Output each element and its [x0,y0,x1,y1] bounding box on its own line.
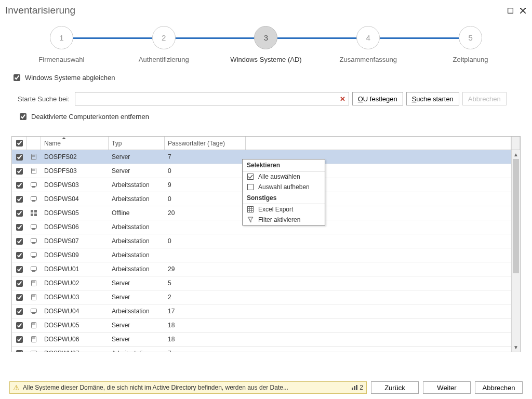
row-password-age [165,220,246,234]
remove-disabled-checkbox[interactable]: Deaktivierte Computerkonten entfernen [18,112,149,122]
row-type: Server [109,332,165,346]
checkbox-checked-icon [247,173,254,180]
row-name: DOSPWS05 [41,206,109,220]
svg-rect-17 [31,225,37,229]
table-row[interactable]: DOSPWU03Server2 [12,290,520,304]
svg-rect-42 [248,184,254,190]
row-type: Arbeitsstation [109,178,165,192]
scroll-up-icon[interactable]: ▲ [512,150,520,159]
row-checkbox[interactable] [12,262,26,276]
header-name[interactable]: Name [41,137,109,150]
header-scrollbar-gap [511,137,520,150]
cancel-button[interactable]: Abbrechen [475,381,523,394]
context-select-all[interactable]: Alle auswählen [243,171,325,182]
search-input[interactable] [75,92,337,105]
svg-rect-22 [32,257,35,258]
row-password-age: 2 [165,290,246,304]
row-type-icon [26,276,41,290]
step-5[interactable]: 5 Zeitplanung [419,26,522,63]
row-type-icon [26,206,41,220]
step-2[interactable]: 2 Authentifizierung [113,26,215,63]
vertical-scrollbar[interactable]: ▲ ▼ [511,150,520,352]
row-name: DOSPWS06 [41,220,109,234]
sync-checkbox-input[interactable] [14,74,20,81]
row-password-age: 5 [165,276,246,290]
row-checkbox[interactable] [12,192,26,206]
maximize-icon[interactable] [506,6,514,15]
row-name: DOSPWU07 [41,347,109,352]
table-row[interactable]: DOSPWS07Arbeitsstation0 [12,234,520,248]
table-row[interactable]: DOSPWU01Arbeitsstation29 [12,262,520,276]
step-3[interactable]: 3 Windows Systeme (AD) [215,26,317,63]
context-activate-filter[interactable]: Filter aktivieren [243,215,325,225]
row-checkbox[interactable] [12,318,26,332]
table-row[interactable]: DOSPWU05Server18 [12,318,520,332]
row-type-icon [26,178,41,192]
row-password-age: 9 [165,178,246,192]
back-button[interactable]: Zurück [371,381,419,394]
row-name: DOSPWS09 [41,248,109,262]
remove-disabled-input[interactable] [20,113,26,120]
row-checkbox[interactable] [12,304,26,318]
context-deselect-all[interactable]: Auswahl aufheben [243,182,325,192]
row-name: DOSPFS02 [41,150,109,164]
sync-checkbox-label: Windows Systeme abgleichen [25,74,115,82]
table-row[interactable]: DOSPWU04Arbeitsstation17 [12,304,520,318]
row-type-icon [26,332,41,346]
row-checkbox[interactable] [12,150,26,164]
svg-rect-14 [34,210,37,212]
row-checkbox[interactable] [12,206,26,220]
row-password-age: 18 [165,332,246,346]
table-row[interactable]: DOSPWU02Server5 [12,276,520,290]
svg-rect-13 [31,210,33,212]
filter-icon [247,216,254,223]
header-checkbox[interactable] [12,137,26,150]
row-type-icon [26,262,41,276]
row-checkbox[interactable] [12,234,26,248]
svg-rect-10 [32,187,35,188]
row-name: DOSPWU01 [41,262,109,276]
next-button[interactable]: Weiter [423,381,471,394]
header-type[interactable]: Typ [109,137,165,150]
table-row[interactable]: DOSPWS09Arbeitsstation [12,248,520,262]
context-header-select: Selektieren [243,159,325,171]
row-checkbox[interactable] [12,290,26,304]
svg-rect-21 [31,253,37,257]
svg-rect-39 [31,351,37,352]
row-checkbox[interactable] [12,164,26,178]
row-password-age: 20 [165,206,246,220]
row-type: Server [109,164,165,178]
step-4[interactable]: 4 Zusammenfassung [317,26,419,63]
table-row[interactable]: DOSPWU07Arbeitsstation7 [12,347,520,352]
row-type-icon [26,164,41,178]
context-excel-export[interactable]: Excel Export [243,204,325,215]
search-input-wrap: ✕ [75,92,349,105]
row-password-age: 18 [165,318,246,332]
svg-rect-43 [248,207,254,212]
row-checkbox[interactable] [12,276,26,290]
sync-checkbox[interactable]: Windows Systeme abgleichen [11,73,115,83]
ou-button[interactable]: OU festlegen [352,92,403,105]
row-checkbox[interactable] [12,248,26,262]
row-type-icon [26,150,41,164]
row-checkbox[interactable] [12,220,26,234]
title: Inventarisierung [5,5,502,16]
clear-search-icon[interactable]: ✕ [337,93,349,104]
warning-bar[interactable]: ⚠ Alle Systeme dieser Domäne, die sich n… [9,381,367,394]
table-row[interactable]: DOSPWU06Server18 [12,332,520,347]
header-icon-col [26,137,41,150]
header-password-age[interactable]: Passwortalter (Tage) [165,137,246,150]
scroll-down-icon[interactable]: ▼ [512,343,520,352]
svg-rect-15 [31,214,33,216]
scrollbar-thumb[interactable] [513,159,519,273]
row-checkbox[interactable] [12,347,26,352]
svg-rect-24 [32,271,35,272]
row-password-age: 29 [165,262,246,276]
start-search-button[interactable]: Suche starten [406,92,459,105]
row-name: DOSPFS03 [41,164,109,178]
step-1[interactable]: 1 Firmenauswahl [10,26,113,63]
row-checkbox[interactable] [12,332,26,346]
svg-rect-16 [34,214,37,216]
row-checkbox[interactable] [12,178,26,192]
close-icon[interactable] [518,6,527,15]
